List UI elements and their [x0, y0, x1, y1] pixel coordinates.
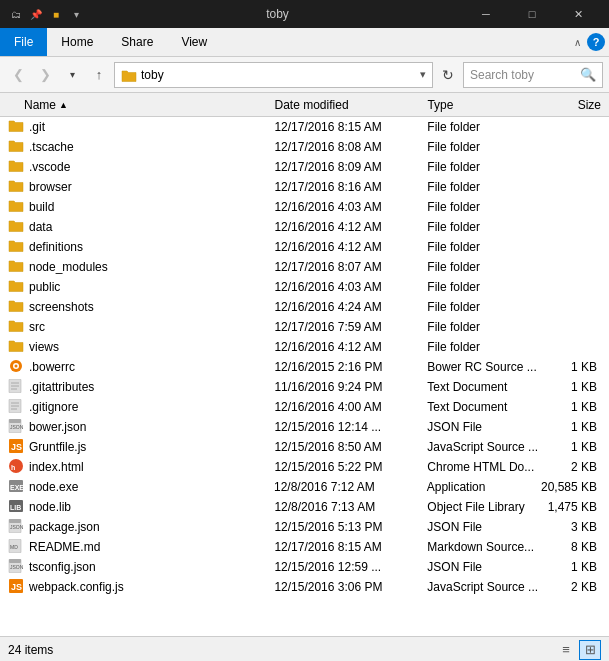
table-row[interactable]: views 12/16/2016 4:12 AM File folder [0, 337, 609, 357]
col-header-date[interactable]: Date modified [271, 98, 424, 112]
file-name-text: node.lib [29, 500, 71, 514]
file-size-cell: 1 KB [542, 420, 605, 434]
file-name-text: README.md [29, 540, 100, 554]
table-row[interactable]: browser 12/17/2016 8:16 AM File folder [0, 177, 609, 197]
table-row[interactable]: .gitignore 12/16/2016 4:00 AM Text Docum… [0, 397, 609, 417]
file-name-cell: .gitattributes [4, 379, 270, 396]
file-date-cell: 12/17/2016 8:07 AM [270, 260, 423, 274]
table-row[interactable]: JSON tsconfig.json 12/15/2016 12:59 ... … [0, 557, 609, 577]
folder-title-icon: ■ [48, 6, 64, 22]
table-row[interactable]: .bowerrc 12/16/2015 2:16 PM Bower RC Sou… [0, 357, 609, 377]
table-row[interactable]: public 12/16/2016 4:03 AM File folder [0, 277, 609, 297]
table-row[interactable]: data 12/16/2016 4:12 AM File folder [0, 217, 609, 237]
pin-icon: 📌 [28, 6, 44, 22]
table-row[interactable]: src 12/17/2016 7:59 AM File folder [0, 317, 609, 337]
title-bar-icons: 🗂 📌 ■ ▾ [8, 6, 84, 22]
file-date-cell: 12/15/2016 3:06 PM [270, 580, 423, 594]
ribbon-tabs: File Home Share View [0, 28, 221, 56]
file-type-cell: JSON File [423, 420, 541, 434]
file-size-cell: 1,475 KB [542, 500, 605, 514]
nav-bar: ❮ ❯ ▾ ↑ toby ▾ ↻ Search toby 🔍 [0, 57, 609, 93]
file-name-cell: views [4, 339, 270, 356]
dropdown-icon: ▾ [68, 6, 84, 22]
ribbon-collapse-button[interactable]: ∧ [574, 37, 581, 48]
file-type-cell: Object File Library [423, 500, 541, 514]
file-icon [8, 159, 24, 176]
minimize-button[interactable]: ─ [463, 0, 509, 28]
file-name-cell: src [4, 319, 270, 336]
address-dropdown-icon[interactable]: ▾ [420, 68, 426, 81]
table-row[interactable]: LIB node.lib 12/8/2016 7:13 AM Object Fi… [0, 497, 609, 517]
table-row[interactable]: .vscode 12/17/2016 8:09 AM File folder [0, 157, 609, 177]
dropdown-nav-button[interactable]: ▾ [60, 62, 84, 88]
file-name-text: data [29, 220, 52, 234]
table-row[interactable]: .tscache 12/17/2016 8:08 AM File folder [0, 137, 609, 157]
search-bar[interactable]: Search toby 🔍 [463, 62, 603, 88]
file-name-cell: JSON bower.json [4, 419, 270, 436]
tab-home[interactable]: Home [47, 28, 107, 56]
file-icon [8, 239, 24, 256]
table-row[interactable]: EXE node.exe 12/8/2016 7:12 AM Applicati… [0, 477, 609, 497]
file-name-cell: build [4, 199, 270, 216]
col-header-type[interactable]: Type [423, 98, 541, 112]
file-name-cell: EXE node.exe [4, 478, 270, 497]
file-list[interactable]: .git 12/17/2016 8:15 AM File folder .tsc… [0, 117, 609, 636]
forward-button[interactable]: ❯ [33, 62, 57, 88]
file-icon [8, 119, 24, 136]
file-icon [8, 339, 24, 356]
svg-text:JSON: JSON [10, 524, 24, 530]
table-row[interactable]: h index.html 12/15/2016 5:22 PM Chrome H… [0, 457, 609, 477]
table-row[interactable]: MD README.md 12/17/2016 8:15 AM Markdown… [0, 537, 609, 557]
table-row[interactable]: JS Gruntfile.js 12/15/2016 8:50 AM JavaS… [0, 437, 609, 457]
table-row[interactable]: .git 12/17/2016 8:15 AM File folder [0, 117, 609, 137]
search-placeholder-text: Search toby [470, 68, 576, 82]
close-button[interactable]: ✕ [555, 0, 601, 28]
maximize-button[interactable]: □ [509, 0, 555, 28]
table-row[interactable]: JSON package.json 12/15/2016 5:13 PM JSO… [0, 517, 609, 537]
file-name-text: screenshots [29, 300, 94, 314]
ribbon-extra: ∧ ? [574, 33, 609, 51]
details-view-button[interactable]: ≡ [555, 640, 577, 660]
table-row[interactable]: JS webpack.config.js 12/15/2016 3:06 PM … [0, 577, 609, 597]
file-type-cell: JSON File [423, 560, 541, 574]
file-size-cell: 8 KB [542, 540, 605, 554]
file-name-cell: h index.html [4, 458, 270, 477]
file-icon [8, 179, 24, 196]
help-button[interactable]: ? [587, 33, 605, 51]
tab-file[interactable]: File [0, 28, 47, 56]
file-type-cell: Text Document [423, 380, 541, 394]
file-icon: LIB [8, 498, 24, 517]
table-row[interactable]: node_modules 12/17/2016 8:07 AM File fol… [0, 257, 609, 277]
table-row[interactable]: definitions 12/16/2016 4:12 AM File fold… [0, 237, 609, 257]
file-date-cell: 12/17/2016 8:16 AM [270, 180, 423, 194]
col-header-name[interactable]: Name ▲ [4, 98, 271, 112]
table-row[interactable]: .gitattributes 11/16/2016 9:24 PM Text D… [0, 377, 609, 397]
svg-text:h: h [11, 464, 15, 471]
svg-text:MD: MD [10, 544, 18, 550]
file-size-cell: 1 KB [542, 380, 605, 394]
file-name-cell: definitions [4, 239, 270, 256]
window-title: toby [92, 7, 463, 21]
file-icon: JS [8, 578, 24, 597]
tab-view[interactable]: View [167, 28, 221, 56]
file-date-cell: 12/16/2016 4:12 AM [270, 240, 423, 254]
file-type-cell: File folder [423, 280, 541, 294]
address-bar[interactable]: toby ▾ [114, 62, 433, 88]
up-button[interactable]: ↑ [87, 62, 111, 88]
refresh-button[interactable]: ↻ [436, 62, 460, 88]
large-icons-view-button[interactable]: ⊞ [579, 640, 601, 660]
file-name-cell: JS Gruntfile.js [4, 438, 270, 457]
tab-share[interactable]: Share [107, 28, 167, 56]
file-type-cell: File folder [423, 180, 541, 194]
file-name-cell: .gitignore [4, 399, 270, 416]
file-date-cell: 12/17/2016 8:08 AM [270, 140, 423, 154]
file-icon: JSON [8, 419, 24, 436]
file-name-cell: .tscache [4, 139, 270, 156]
col-header-size[interactable]: Size [542, 98, 605, 112]
table-row[interactable]: JSON bower.json 12/15/2016 12:14 ... JSO… [0, 417, 609, 437]
table-row[interactable]: build 12/16/2016 4:03 AM File folder [0, 197, 609, 217]
file-name-text: node.exe [29, 480, 78, 494]
table-row[interactable]: screenshots 12/16/2016 4:24 AM File fold… [0, 297, 609, 317]
file-type-cell: File folder [423, 300, 541, 314]
back-button[interactable]: ❮ [6, 62, 30, 88]
